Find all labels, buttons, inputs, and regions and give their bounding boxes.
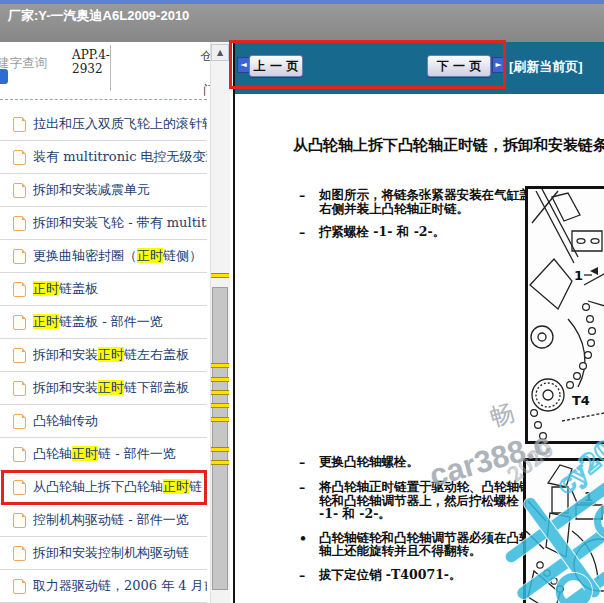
figure-timing-chain-detail: 1: [523, 458, 604, 603]
sidebar-item-label: 拆卸和安装控制机构驱动链: [33, 544, 189, 562]
sidebar-item[interactable]: 控制机构驱动链 - 部件一览: [0, 504, 207, 537]
next-arrow-icon[interactable]: ►: [492, 57, 505, 73]
document-icon: [13, 117, 26, 132]
bullet-text: 拧紧螺栓 -1- 和 -2-。: [319, 225, 445, 240]
instruction-list-bottom: –更换凸轮轴螺栓。–将凸轮轴正时链置于驱动轮、凸轮轴链轮和凸轮轴调节器上，然后拧…: [299, 455, 535, 593]
sidebar-item[interactable]: 拉出和压入双质飞轮上的滚针轴: [0, 108, 207, 141]
sidebar-item-label: 拉出和压入双质飞轮上的滚针轴: [33, 115, 207, 133]
bullet-marker: –: [299, 225, 319, 240]
instruction-bullet: –如图所示，将链条张紧器安装在气缸盖右侧并装上凸轮轴正时链。: [299, 188, 535, 215]
search-hit-mark: [211, 390, 229, 395]
watermark-text: 畅: [486, 396, 518, 433]
document-icon: [13, 315, 26, 330]
highlighted-keyword: 正时: [163, 479, 189, 494]
bullet-text: 凸轮轴链轮和凸轮轴调节器必须在凸轮轴上还能旋转并且不得翻转。: [319, 531, 535, 558]
sidebar-item-label: 凸轮轴传动: [33, 412, 98, 430]
sidebar-item-label: 拆卸和安装减震单元: [33, 181, 150, 199]
sidebar-item-label: 正时链盖板: [33, 280, 98, 298]
sidebar-item[interactable]: 正时链盖板: [0, 273, 207, 306]
highlighted-keyword: 正时: [98, 347, 124, 362]
sidebar-item-label: 从凸轮轴上拆下凸轮轴正时链，: [33, 478, 207, 496]
bullet-marker: –: [299, 480, 319, 521]
page-title: 从凸轮轴上拆下凸轮轴正时链，拆卸和安装链条张紧: [293, 136, 604, 155]
instruction-bullet: –更换凸轮轴螺栓。: [299, 455, 535, 470]
highlighted-keyword: 正时: [137, 248, 163, 263]
scroll-up-arrow-icon[interactable]: ▲: [211, 44, 229, 61]
sidebar-item[interactable]: 凸轮轴传动: [0, 405, 207, 438]
sidebar-item-label: 拆卸和安装飞轮 - 带有 multitroni: [33, 214, 207, 232]
bullet-marker: –: [299, 455, 319, 470]
sidebar-item-label: 正时链盖板 - 部件一览: [33, 313, 163, 331]
sidebar-item[interactable]: 从凸轮轴上拆下凸轮轴正时链，: [0, 471, 207, 504]
document-icon: [13, 546, 26, 561]
figure1-label-tool: T4: [572, 393, 590, 408]
sidebar-item[interactable]: 拆卸和安装飞轮 - 带有 multitroni: [0, 207, 207, 240]
sidebar-item-label: 拆卸和安装正时链左右盖板: [33, 346, 189, 364]
dashed-separator: [0, 99, 207, 100]
search-hit-mark: [211, 460, 229, 465]
bullet-text: 如图所示，将链条张紧器安装在气缸盖右侧并装上凸轮轴正时链。: [319, 188, 535, 215]
instruction-bullet: –将凸轮轴正时链置于驱动轮、凸轮轴链轮和凸轮轴调节器上，然后拧松螺栓 -1- 和…: [299, 480, 535, 521]
document-icon: [13, 447, 26, 462]
instruction-bullet: •凸轮轴链轮和凸轮轴调节器必须在凸轮轴上还能旋转并且不得翻转。: [299, 531, 535, 558]
document-icon: [13, 150, 26, 165]
document-icon: [13, 381, 26, 396]
document-icon: [13, 249, 26, 264]
search-hit-mark: [211, 417, 229, 422]
search-hit-mark: [211, 403, 229, 408]
bullet-marker: –: [299, 568, 319, 583]
figure1-label-1: 1: [574, 268, 583, 283]
bullet-marker: –: [299, 188, 319, 215]
document-icon: [13, 348, 26, 363]
figure1-line-art: 1 T4: [528, 189, 604, 444]
sidebar-topic-list: 拉出和压入双质飞轮上的滚针轴装有 multitronic 电控无级变速箱拆卸和安…: [0, 108, 207, 603]
sidebar-item[interactable]: 拆卸和安装减震单元: [0, 174, 207, 207]
search-hit-mark: [211, 377, 229, 382]
bullet-marker: •: [299, 531, 319, 558]
document-icon: [13, 183, 26, 198]
document-icon: [13, 282, 26, 297]
figure2-label-1: 1: [584, 489, 593, 504]
sidebar-item[interactable]: 拆卸和安装正时链左右盖板: [0, 339, 207, 372]
document-icon: [13, 480, 26, 495]
document-icon: [13, 513, 26, 528]
search-hit-mark: [211, 273, 229, 278]
bullet-text: 更换凸轮轴螺栓。: [319, 455, 419, 470]
sidebar-item[interactable]: 装有 multitronic 电控无级变速箱: [0, 141, 207, 174]
sidebar-item-label: 凸轮轴正时链 - 部件一览: [33, 445, 176, 463]
highlighted-keyword: 正时: [33, 314, 59, 329]
sidebar-item[interactable]: 取力器驱动链，2006 年 4 月前车: [0, 570, 207, 603]
document-icon: [13, 579, 26, 594]
header-divider: [110, 45, 111, 91]
highlighted-keyword: 正时: [72, 446, 98, 461]
panel-divider: [233, 42, 235, 603]
sidebar-item-label: 拆卸和安装正时链下部盖板: [33, 379, 189, 397]
sidebar-item[interactable]: 拆卸和安装正时链下部盖板: [0, 372, 207, 405]
instruction-list-top: –如图所示，将链条张紧器安装在气缸盖右侧并装上凸轮轴正时链。–拧紧螺栓 -1- …: [299, 188, 535, 250]
figure2-line-art: 1: [526, 461, 604, 603]
sidebar-item[interactable]: 正时链盖板 - 部件一览: [0, 306, 207, 339]
prev-page-button[interactable]: 上 一 页: [249, 55, 303, 77]
search-hit-mark: [211, 447, 229, 452]
next-page-button[interactable]: 下 一 页: [427, 55, 491, 77]
search-icon[interactable]: [0, 69, 8, 84]
highlighted-keyword: 正时: [33, 281, 59, 296]
title-bar: 厂家:Y-一汽奥迪A6L2009-2010: [0, 4, 604, 42]
document-icon: [13, 216, 26, 231]
highlighted-keyword: 正时: [98, 380, 124, 395]
instruction-bullet: –拔下定位销 -T40071-。: [299, 568, 535, 583]
sidebar-item[interactable]: 更换曲轴密封圈（正时链侧）: [0, 240, 207, 273]
sidebar-panel: 建字查询 APP.4- 2932 仓 门 拉出和压入双质飞轮上的滚针轴装有 mu…: [0, 42, 210, 603]
app-code: APP.4- 2932: [72, 48, 110, 76]
sidebar-item-label: 更换曲轴密封圈（正时链侧）: [33, 247, 202, 265]
figure-timing-chain-tensioner: 1 T4: [525, 186, 604, 444]
bullet-text: 将凸轮轴正时链置于驱动轮、凸轮轴链轮和凸轮轴调节器上，然后拧松螺栓 -1- 和 …: [319, 480, 535, 521]
instruction-bullet: –拧紧螺栓 -1- 和 -2-。: [299, 225, 535, 240]
app-window: 厂家:Y-一汽奥迪A6L2009-2010 建字查询 APP.4- 2932 仓…: [0, 0, 604, 603]
sidebar-scrollbar-thumb[interactable]: [212, 287, 228, 590]
sidebar-item[interactable]: 凸轮轴正时链 - 部件一览: [0, 438, 207, 471]
sidebar-item[interactable]: 拆卸和安装控制机构驱动链: [0, 537, 207, 570]
sidebar-item-label: 装有 multitronic 电控无级变速箱: [33, 148, 207, 166]
refresh-current-page-link[interactable]: [刷新当前页]: [509, 58, 583, 76]
document-icon: [13, 414, 26, 429]
